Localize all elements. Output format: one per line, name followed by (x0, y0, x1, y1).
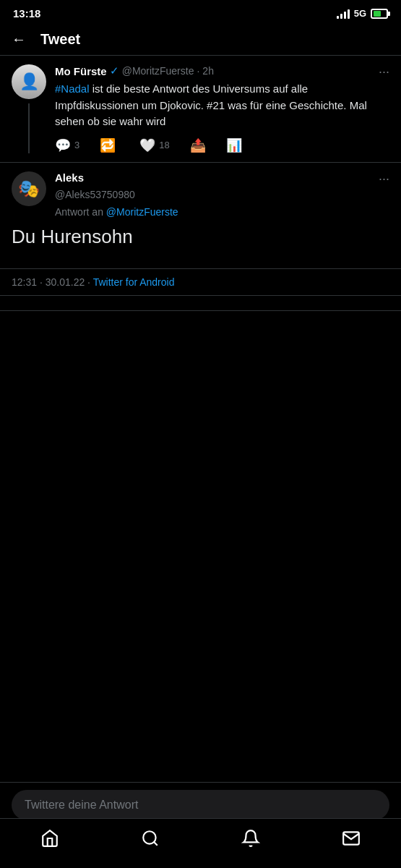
original-retweet-action[interactable]: 🔁 (100, 137, 119, 153)
original-tweet-content: Mo Fürste ✓ @MoritzFuerste · 2h ··· #Nad… (55, 64, 389, 153)
bell-icon (241, 829, 260, 848)
original-reply-action[interactable]: 💬 3 (55, 137, 79, 153)
aleks-more-button[interactable]: ··· (379, 171, 389, 187)
reply-to-user[interactable]: @MoritzFuerste (106, 206, 178, 218)
status-right: 5G (337, 8, 388, 19)
original-tweet: 👤 Mo Fürste ✓ @MoritzFuerste · 2h ··· #N… (0, 56, 401, 163)
main-tweet-text: Du Hurensohn (12, 224, 389, 250)
original-like-count: 18 (159, 140, 169, 150)
original-reply-count: 3 (74, 140, 79, 150)
original-user-info: Mo Fürste ✓ @MoritzFuerste · 2h (55, 64, 214, 77)
retweet-icon: 🔁 (100, 137, 116, 153)
aleks-tweet-header: Aleks ··· (55, 171, 389, 187)
mo-username[interactable]: @MoritzFuerste (122, 65, 194, 77)
tweet-source-link[interactable]: Twitter for Android (93, 276, 175, 288)
time: 13:18 (13, 7, 40, 20)
reply-section: Antwort an @MoritzFuerste Du Hurensohn (0, 206, 401, 269)
stats-icon: 📊 (226, 137, 242, 153)
status-bar: 13:18 5G (0, 0, 401, 24)
svg-point-1 (143, 831, 155, 843)
home-icon (40, 829, 59, 848)
aleks-avatar[interactable]: 🎭 (12, 171, 46, 206)
like-icon: 🤍 (139, 137, 155, 153)
mo-display-name[interactable]: Mo Fürste (55, 65, 107, 77)
page-title: Tweet (40, 31, 80, 48)
hashtag-nadal[interactable]: #Nadal (55, 82, 90, 95)
back-button[interactable]: ← (12, 31, 26, 48)
search-icon (141, 829, 160, 848)
verified-icon: ✓ (110, 64, 119, 77)
reply-input[interactable]: Twittere deine Antwort (12, 790, 389, 820)
bottom-nav (0, 818, 401, 868)
original-stats-action[interactable]: 📊 (226, 137, 242, 153)
mail-icon (342, 829, 361, 848)
original-tweet-header: Mo Fürste ✓ @MoritzFuerste · 2h ··· (55, 64, 389, 80)
battery-icon (371, 9, 388, 19)
reply-icon: 💬 (55, 137, 71, 153)
tweet-header: ← Tweet (0, 24, 401, 56)
tweet-timestamp: 12:31 · 30.01.22 (12, 276, 85, 288)
nav-messages[interactable] (337, 825, 365, 856)
original-share-action[interactable]: 📤 (190, 137, 206, 153)
original-more-button[interactable]: ··· (379, 64, 389, 80)
original-tweet-text: #Nadal ist die beste Antwort des Univers… (55, 81, 389, 130)
aleks-user-info: Aleks (55, 171, 84, 184)
share-icon: 📤 (190, 137, 206, 153)
svg-line-2 (154, 842, 158, 846)
reply-tweet-header-row: 🎭 Aleks ··· @Aleks53750980 (0, 163, 401, 206)
mo-avatar[interactable]: 👤 (12, 64, 46, 99)
avatar-col: 👤 (12, 64, 46, 153)
original-like-action[interactable]: 🤍 18 (139, 137, 169, 153)
network-label: 5G (354, 8, 366, 19)
aleks-display-name[interactable]: Aleks (55, 171, 84, 184)
aleks-username[interactable]: @Aleks53750980 (55, 189, 135, 200)
original-tweet-actions: 💬 3 🔁 🤍 18 📤 📊 (55, 137, 389, 153)
thread-line (28, 103, 30, 153)
original-tweet-time: 2h (202, 65, 214, 77)
tweet-meta: 12:31 · 30.01.22 · Twitter for Android (0, 269, 401, 296)
signal-icon (337, 9, 350, 19)
nav-search[interactable] (137, 825, 164, 856)
reply-to-label: Antwort an @MoritzFuerste (12, 206, 389, 218)
nav-home[interactable] (36, 825, 64, 856)
nav-notifications[interactable] (237, 825, 264, 856)
tweet-action-bar (0, 296, 401, 311)
